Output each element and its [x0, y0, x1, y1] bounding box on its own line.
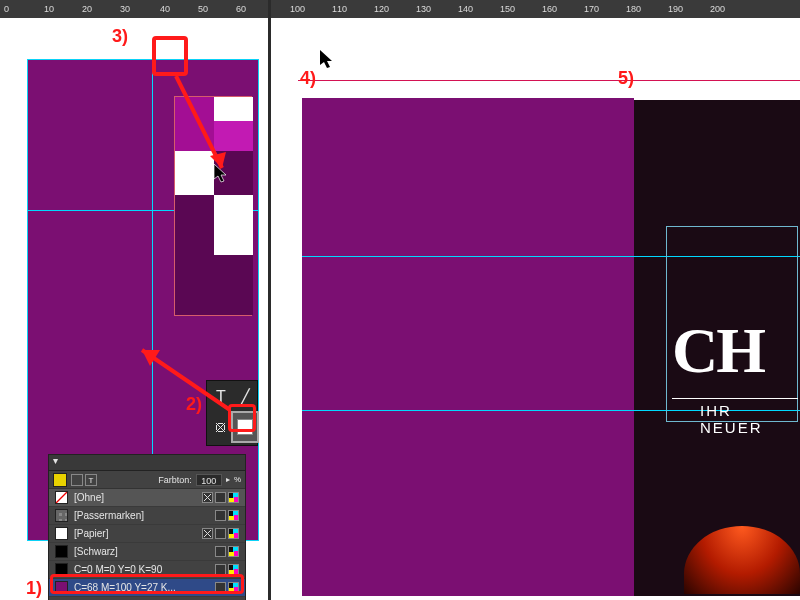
swatches-panel[interactable]: ▾ T Farbton: 100 ▸ % [Ohne][Passermarken…: [48, 454, 246, 600]
swatch-item-paper[interactable]: [Papier]: [49, 525, 245, 543]
ruler-label: 200: [710, 4, 725, 14]
tint-percent-icon: %: [234, 475, 241, 484]
swatch-indicators: [215, 546, 239, 557]
tab-icon[interactable]: ▾: [53, 455, 67, 469]
ruler-label: 30: [120, 4, 130, 14]
swatch-item-black[interactable]: [Schwarz]: [49, 543, 245, 561]
indicator-icon: [228, 510, 239, 521]
right-page-shape[interactable]: [302, 98, 634, 596]
swatch-label: [Ohne]: [74, 492, 104, 503]
page-thumbnail-strip[interactable]: [174, 96, 252, 316]
indicator-icon: [228, 492, 239, 503]
horizontal-ruler[interactable]: 0102030405060100110120130140150160170180…: [0, 0, 800, 18]
ruler-label: 170: [584, 4, 599, 14]
thumb-cell: [175, 255, 253, 315]
tint-stepper-icon[interactable]: ▸: [226, 475, 230, 484]
thumb-cell: [214, 195, 253, 255]
swatch-item-none[interactable]: [Ohne]: [49, 489, 245, 507]
thumb-cell: [175, 151, 214, 195]
swatch-label: [Schwarz]: [74, 546, 118, 557]
ruler-label: 60: [236, 4, 246, 14]
text-format-icon[interactable]: T: [85, 474, 97, 486]
format-tools-palette[interactable]: T ╱ ⦻: [206, 380, 258, 446]
swatch-chip-icon: [55, 545, 68, 558]
thumb-cell: [214, 97, 253, 121]
ruler-label: 190: [668, 4, 683, 14]
thumb-cell: [214, 121, 253, 151]
swatch-label: C=68 M=100 Y=27 K...: [74, 582, 176, 593]
swatches-list[interactable]: [Ohne][Passermarken][Papier][Schwarz]C=0…: [49, 489, 245, 597]
swatch-indicators: [215, 582, 239, 593]
indicator-icon: [228, 582, 239, 593]
ruler-label: 100: [290, 4, 305, 14]
container-format-icon[interactable]: [71, 474, 83, 486]
swatches-panel-tabs[interactable]: ▾: [49, 455, 245, 471]
ruler-label: 40: [160, 4, 170, 14]
swap-fill-stroke-icon[interactable]: ⦻: [209, 413, 233, 441]
swatch-chip-icon: [55, 491, 68, 504]
document-canvas[interactable]: CH IHR NEUER T ╱ ⦻ ▾ T Farbton: 100 ▸ % …: [0, 18, 800, 600]
subline-text: IHR NEUER: [700, 402, 800, 436]
swatch-item-k90[interactable]: C=0 M=0 Y=0 K=90: [49, 561, 245, 579]
swatches-tint-row: T Farbton: 100 ▸ %: [49, 471, 245, 489]
tint-label: Farbton:: [158, 475, 192, 485]
swatch-chip-icon: [55, 509, 68, 522]
thumb-cell: [214, 151, 253, 195]
swatch-label: C=0 M=0 Y=0 K=90: [74, 564, 162, 575]
indicator-icon: [202, 528, 213, 539]
line-tool-icon[interactable]: ╱: [233, 383, 257, 411]
page-bleed-line: [634, 80, 800, 81]
swatch-label: [Papier]: [74, 528, 108, 539]
default-fill-stroke-icon[interactable]: [233, 413, 257, 441]
window-divider[interactable]: [268, 0, 271, 600]
swatch-label: [Passermarken]: [74, 510, 144, 521]
indicator-icon: [215, 546, 226, 557]
tint-value-input[interactable]: 100: [196, 474, 222, 486]
ruler-label: 50: [198, 4, 208, 14]
indicator-icon: [215, 492, 226, 503]
headline-rule: [672, 398, 798, 399]
indicator-icon: [228, 564, 239, 575]
page-bleed-line: [298, 80, 634, 81]
ruler-label: 10: [44, 4, 54, 14]
swatch-indicators: [202, 492, 239, 503]
ruler-label: 0: [4, 4, 9, 14]
headline-text: CH: [672, 314, 764, 388]
type-tool-icon[interactable]: T: [209, 383, 233, 411]
swatch-indicators: [215, 510, 239, 521]
swatch-indicators: [202, 528, 239, 539]
ruler-label: 180: [626, 4, 641, 14]
fill-indicator-icon[interactable]: [53, 473, 67, 487]
thumb-cell: [175, 195, 214, 255]
indicator-icon: [228, 546, 239, 557]
swatch-item-magsw[interactable]: C=68 M=100 Y=27 K...: [49, 579, 245, 597]
indicator-icon: [202, 492, 213, 503]
indicator-icon: [215, 582, 226, 593]
swatch-item-reg[interactable]: [Passermarken]: [49, 507, 245, 525]
ruler-label: 130: [416, 4, 431, 14]
thumb-cell: [175, 97, 214, 151]
ruler-label: 110: [332, 4, 347, 14]
swatch-chip-icon: [55, 527, 68, 540]
swatch-indicators: [215, 564, 239, 575]
indicator-icon: [215, 564, 226, 575]
swatch-chip-icon: [55, 563, 68, 576]
ruler-label: 160: [542, 4, 557, 14]
ruler-label: 20: [82, 4, 92, 14]
indicator-icon: [228, 528, 239, 539]
ruler-label: 150: [500, 4, 515, 14]
indicator-icon: [215, 528, 226, 539]
ruler-label: 120: [374, 4, 389, 14]
indicator-icon: [215, 510, 226, 521]
ruler-label: 140: [458, 4, 473, 14]
swatch-chip-icon: [55, 581, 68, 594]
